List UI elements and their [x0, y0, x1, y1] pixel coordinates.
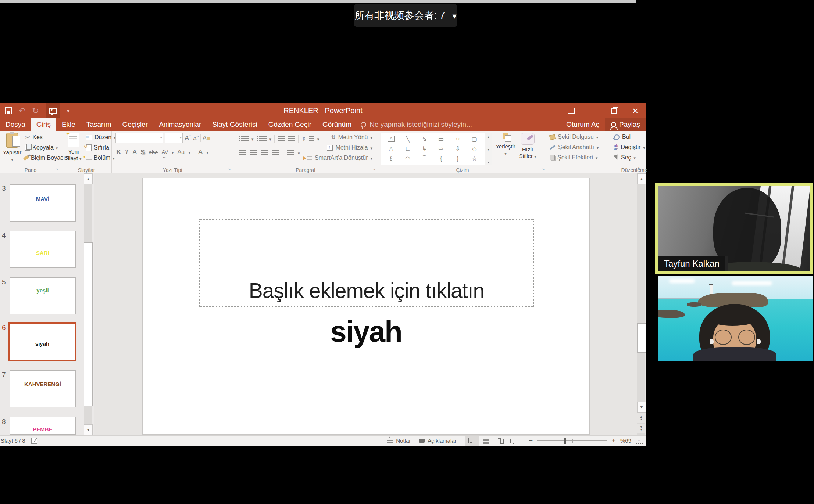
select-button[interactable]: Seç — [614, 153, 636, 162]
scroll-down-button[interactable]: ▼ — [637, 402, 646, 413]
slide-thumbnail-3[interactable]: MAVİ — [10, 184, 76, 222]
tab-slayt-gosterisi[interactable]: Slayt Gösterisi — [207, 118, 263, 131]
justify-icon[interactable] — [272, 150, 279, 155]
convert-smartart-button[interactable]: SmartArt'a Dönüştür — [307, 154, 372, 162]
shape-fill-button[interactable]: Şekil Dolgusu — [550, 132, 598, 142]
tab-giris[interactable]: Giriş — [31, 118, 56, 131]
tab-gozden-gecir[interactable]: Gözden Geçir — [263, 118, 317, 131]
scrollbar-thumb[interactable] — [84, 242, 93, 406]
font-name-combo[interactable] — [115, 133, 163, 143]
close-button[interactable]: × — [625, 103, 646, 118]
font-size-combo[interactable] — [165, 133, 183, 143]
previous-slide-button[interactable]: ▲▲ — [637, 413, 645, 423]
text-direction-button[interactable]: ⇅ Metin Yönü — [331, 133, 372, 142]
save-icon[interactable] — [5, 107, 12, 114]
dialog-launcher-icon[interactable] — [56, 168, 60, 172]
tab-dosya[interactable]: Dosya — [0, 118, 31, 131]
find-button[interactable]: Bul — [614, 132, 631, 142]
italic-button[interactable]: T — [125, 148, 129, 156]
underline-button[interactable]: A — [132, 148, 137, 156]
shape-cell[interactable]: ○ — [449, 134, 466, 144]
shape-cell[interactable]: ∟ — [399, 144, 416, 154]
bullet-list-icon[interactable] — [241, 136, 249, 141]
strikethrough-button[interactable]: abe — [149, 149, 158, 155]
shape-cell[interactable]: △ — [383, 144, 399, 154]
slide-thumbnail-4[interactable]: SARI — [10, 231, 76, 268]
normal-view-button[interactable] — [465, 436, 479, 446]
participants-dropdown[interactable]: 所有非视频参会者: 7 — [354, 4, 457, 27]
cut-button[interactable]: ✂ Kes — [25, 133, 43, 142]
align-left-icon[interactable] — [239, 150, 246, 155]
shape-cell[interactable]: ╲ — [399, 134, 416, 144]
reset-button[interactable]: Sıfırla — [86, 143, 109, 152]
reading-view-button[interactable] — [493, 436, 507, 446]
shape-cell[interactable]: ξ — [383, 154, 399, 163]
scroll-down-button[interactable]: ▼ — [84, 424, 93, 435]
numbered-list-icon[interactable] — [259, 136, 267, 141]
slide-thumbnail-7[interactable]: KAHVERENGİ — [10, 370, 76, 407]
comments-button[interactable]: Açıklamalar — [419, 438, 456, 444]
tab-gecisler[interactable]: Geçişler — [117, 118, 153, 131]
paste-button[interactable]: Yapıştır — [1, 132, 24, 163]
zoom-in-button[interactable]: + — [611, 436, 616, 445]
arrange-button[interactable]: Yerleştir — [494, 132, 517, 157]
align-text-button[interactable]: Metni Hizala — [327, 143, 372, 152]
video-tile-active-speaker[interactable]: Tayfun Kalkan — [655, 183, 813, 274]
character-spacing-button[interactable]: AV — [161, 149, 168, 155]
columns-icon[interactable] — [287, 150, 294, 155]
zoom-out-button[interactable]: − — [529, 436, 533, 445]
section-button[interactable]: Bölüm — [86, 154, 115, 162]
text-shadow-button[interactable]: S — [140, 148, 145, 156]
grow-font-button[interactable]: Aˆ — [185, 134, 191, 142]
start-slideshow-icon[interactable] — [46, 103, 60, 118]
shapes-scrollbar[interactable]: ▴ ▾ ▾ — [485, 133, 492, 165]
shape-cell[interactable]: ◠ — [399, 154, 416, 163]
shape-cell[interactable]: ⇘ — [416, 134, 433, 144]
align-center-icon[interactable] — [250, 150, 257, 155]
font-color-button[interactable]: A — [198, 148, 203, 156]
shape-cell[interactable]: ⇩ — [449, 144, 466, 154]
tab-animasyonlar[interactable]: Animasyonlar — [153, 118, 207, 131]
shape-effects-button[interactable]: Şekil Efektleri — [550, 153, 597, 162]
scroll-up-button[interactable]: ▲ — [84, 173, 93, 184]
decrease-indent-icon[interactable] — [278, 136, 285, 141]
slide-thumbnail-8[interactable]: PEMBE — [10, 417, 76, 435]
shape-cell[interactable]: ⇨ — [433, 144, 449, 154]
undo-icon[interactable]: ↶ — [19, 107, 25, 115]
new-slide-button[interactable]: Yeni Slayt — [62, 132, 85, 162]
shape-cell[interactable]: ◇ — [466, 144, 483, 154]
thumbnail-scrollbar[interactable]: ▲ ▼ — [84, 173, 92, 435]
scroll-up-icon[interactable]: ▴ — [485, 135, 492, 139]
redo-icon[interactable]: ↻ — [32, 107, 39, 115]
main-scrollbar[interactable]: ▲ ▼ ▲▲ ▼▼ — [637, 173, 645, 435]
dialog-launcher-icon[interactable] — [372, 168, 376, 172]
tab-ekle[interactable]: Ekle — [56, 118, 81, 131]
replace-button[interactable]: abac Değiştir — [614, 143, 645, 152]
slide-thumbnail-5[interactable]: yeşil — [10, 277, 76, 314]
slide-thumbnail-6-selected[interactable]: siyah — [8, 322, 76, 361]
layout-button[interactable]: Düzen — [86, 133, 116, 142]
bold-button[interactable]: K — [116, 148, 121, 156]
scroll-down-icon[interactable]: ▾ — [485, 147, 492, 151]
next-slide-button[interactable]: ▼▼ — [637, 424, 645, 433]
slide-canvas[interactable]: Başlık eklemek için tıklatın siyah — [143, 178, 589, 434]
line-spacing-icon[interactable]: ⇕ — [301, 136, 306, 142]
tab-gorunum[interactable]: Görünüm — [317, 118, 357, 131]
shape-cell[interactable]: ▢ — [466, 134, 483, 144]
shape-cell[interactable]: ▭ — [433, 134, 449, 144]
change-case-button[interactable]: Aa — [178, 149, 185, 155]
quick-styles-button[interactable]: Hızlı Stiller — [516, 132, 539, 160]
shape-cell[interactable]: ↳ — [416, 144, 433, 154]
minimize-button[interactable]: − — [582, 103, 603, 118]
sign-in-button[interactable]: Oturum Aç — [560, 118, 605, 131]
title-placeholder[interactable]: Başlık eklemek için tıklatın — [199, 219, 534, 307]
shape-cell[interactable]: { — [433, 154, 449, 163]
scrollbar-thumb[interactable] — [637, 323, 646, 353]
share-button[interactable]: Paylaş — [605, 118, 646, 131]
notes-button[interactable]: Notlar — [387, 438, 411, 444]
copy-button[interactable]: Kopyala — [25, 143, 58, 152]
video-tile-second[interactable] — [658, 276, 813, 361]
fit-slide-to-window-icon[interactable] — [636, 438, 643, 444]
restore-button[interactable] — [603, 103, 625, 118]
shape-textbox-icon[interactable]: A — [383, 134, 399, 144]
